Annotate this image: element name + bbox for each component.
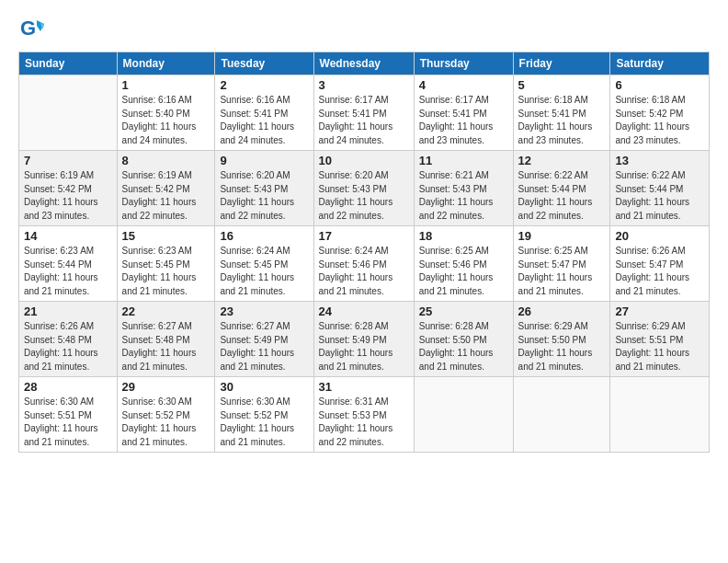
- day-info: Sunrise: 6:26 AM Sunset: 5:48 PM Dayligh…: [24, 320, 112, 373]
- day-cell: 22Sunrise: 6:27 AM Sunset: 5:48 PM Dayli…: [117, 302, 215, 377]
- day-number: 22: [122, 304, 210, 318]
- day-cell: 15Sunrise: 6:23 AM Sunset: 5:45 PM Dayli…: [117, 226, 215, 302]
- day-info: Sunrise: 6:25 AM Sunset: 5:47 PM Dayligh…: [518, 245, 606, 298]
- day-info: Sunrise: 6:23 AM Sunset: 5:44 PM Dayligh…: [24, 245, 112, 298]
- header-cell-monday: Monday: [117, 52, 215, 75]
- week-row-3: 14Sunrise: 6:23 AM Sunset: 5:44 PM Dayli…: [19, 226, 710, 302]
- header-cell-saturday: Saturday: [610, 52, 710, 75]
- day-cell: 11Sunrise: 6:21 AM Sunset: 5:43 PM Dayli…: [414, 151, 513, 226]
- week-row-4: 21Sunrise: 6:26 AM Sunset: 5:48 PM Dayli…: [19, 302, 710, 377]
- day-number: 31: [319, 380, 409, 394]
- svg-text:G: G: [20, 17, 36, 40]
- day-cell: 20Sunrise: 6:26 AM Sunset: 5:47 PM Dayli…: [610, 226, 710, 302]
- day-cell: 25Sunrise: 6:28 AM Sunset: 5:50 PM Dayli…: [414, 302, 513, 377]
- day-number: 13: [615, 154, 704, 167]
- day-info: Sunrise: 6:30 AM Sunset: 5:52 PM Dayligh…: [220, 396, 308, 449]
- day-info: Sunrise: 6:17 AM Sunset: 5:41 PM Dayligh…: [319, 94, 409, 147]
- day-cell: 7Sunrise: 6:19 AM Sunset: 5:42 PM Daylig…: [19, 151, 118, 226]
- day-number: 19: [518, 229, 606, 243]
- day-number: 3: [319, 78, 409, 92]
- day-number: 11: [419, 154, 508, 167]
- day-number: 4: [419, 78, 508, 92]
- day-number: 9: [220, 154, 308, 167]
- week-row-1: 1Sunrise: 6:16 AM Sunset: 5:40 PM Daylig…: [19, 75, 710, 151]
- day-number: 20: [615, 229, 704, 243]
- day-info: Sunrise: 6:27 AM Sunset: 5:49 PM Dayligh…: [220, 320, 308, 373]
- day-info: Sunrise: 6:19 AM Sunset: 5:42 PM Dayligh…: [24, 169, 112, 223]
- day-number: 24: [319, 304, 409, 318]
- day-cell: 17Sunrise: 6:24 AM Sunset: 5:46 PM Dayli…: [313, 226, 414, 302]
- day-cell: [19, 75, 118, 151]
- day-number: 1: [122, 78, 210, 92]
- day-cell: [513, 377, 610, 453]
- day-number: 26: [518, 304, 606, 318]
- header-cell-tuesday: Tuesday: [215, 52, 313, 75]
- day-cell: 28Sunrise: 6:30 AM Sunset: 5:51 PM Dayli…: [19, 377, 118, 453]
- day-info: Sunrise: 6:30 AM Sunset: 5:51 PM Dayligh…: [24, 396, 112, 449]
- week-row-5: 28Sunrise: 6:30 AM Sunset: 5:51 PM Dayli…: [19, 377, 710, 453]
- day-info: Sunrise: 6:22 AM Sunset: 5:44 PM Dayligh…: [615, 169, 704, 223]
- day-number: 6: [615, 78, 704, 92]
- day-info: Sunrise: 6:29 AM Sunset: 5:50 PM Dayligh…: [518, 320, 606, 373]
- day-number: 29: [122, 380, 210, 394]
- calendar: SundayMondayTuesdayWednesdayThursdayFrid…: [18, 52, 710, 453]
- day-info: Sunrise: 6:20 AM Sunset: 5:43 PM Dayligh…: [220, 169, 308, 223]
- day-cell: 26Sunrise: 6:29 AM Sunset: 5:50 PM Dayli…: [513, 302, 610, 377]
- day-info: Sunrise: 6:24 AM Sunset: 5:46 PM Dayligh…: [319, 245, 409, 298]
- day-info: Sunrise: 6:16 AM Sunset: 5:41 PM Dayligh…: [220, 94, 308, 147]
- day-cell: 19Sunrise: 6:25 AM Sunset: 5:47 PM Dayli…: [513, 226, 610, 302]
- day-cell: 9Sunrise: 6:20 AM Sunset: 5:43 PM Daylig…: [215, 151, 313, 226]
- day-info: Sunrise: 6:26 AM Sunset: 5:47 PM Dayligh…: [615, 245, 704, 298]
- header: G: [18, 17, 710, 42]
- day-info: Sunrise: 6:30 AM Sunset: 5:52 PM Dayligh…: [122, 396, 210, 449]
- day-number: 27: [615, 304, 704, 318]
- day-number: 17: [319, 229, 409, 243]
- day-info: Sunrise: 6:19 AM Sunset: 5:42 PM Dayligh…: [122, 169, 210, 223]
- day-info: Sunrise: 6:29 AM Sunset: 5:51 PM Dayligh…: [615, 320, 704, 373]
- day-number: 12: [518, 154, 606, 167]
- day-info: Sunrise: 6:16 AM Sunset: 5:40 PM Dayligh…: [122, 94, 210, 147]
- week-row-2: 7Sunrise: 6:19 AM Sunset: 5:42 PM Daylig…: [19, 151, 710, 226]
- day-number: 16: [220, 229, 308, 243]
- day-info: Sunrise: 6:31 AM Sunset: 5:53 PM Dayligh…: [319, 396, 409, 449]
- day-number: 18: [419, 229, 508, 243]
- logo-icon: G: [18, 17, 44, 42]
- day-cell: 30Sunrise: 6:30 AM Sunset: 5:52 PM Dayli…: [215, 377, 313, 453]
- day-cell: 1Sunrise: 6:16 AM Sunset: 5:40 PM Daylig…: [117, 75, 215, 151]
- day-number: 15: [122, 229, 210, 243]
- page: G SundayMondayTuesdayWednesdayThursdayFr…: [0, 0, 728, 563]
- day-cell: 2Sunrise: 6:16 AM Sunset: 5:41 PM Daylig…: [215, 75, 313, 151]
- day-cell: 13Sunrise: 6:22 AM Sunset: 5:44 PM Dayli…: [610, 151, 710, 226]
- header-row: SundayMondayTuesdayWednesdayThursdayFrid…: [19, 52, 710, 75]
- day-cell: 6Sunrise: 6:18 AM Sunset: 5:42 PM Daylig…: [610, 75, 710, 151]
- day-number: 2: [220, 78, 308, 92]
- day-cell: 18Sunrise: 6:25 AM Sunset: 5:46 PM Dayli…: [414, 226, 513, 302]
- header-cell-wednesday: Wednesday: [313, 52, 414, 75]
- day-info: Sunrise: 6:27 AM Sunset: 5:48 PM Dayligh…: [122, 320, 210, 373]
- day-info: Sunrise: 6:24 AM Sunset: 5:45 PM Dayligh…: [220, 245, 308, 298]
- day-info: Sunrise: 6:28 AM Sunset: 5:50 PM Dayligh…: [419, 320, 508, 373]
- day-cell: 3Sunrise: 6:17 AM Sunset: 5:41 PM Daylig…: [313, 75, 414, 151]
- day-cell: 4Sunrise: 6:17 AM Sunset: 5:41 PM Daylig…: [414, 75, 513, 151]
- day-cell: 8Sunrise: 6:19 AM Sunset: 5:42 PM Daylig…: [117, 151, 215, 226]
- day-cell: 21Sunrise: 6:26 AM Sunset: 5:48 PM Dayli…: [19, 302, 118, 377]
- logo: G: [18, 17, 48, 42]
- day-info: Sunrise: 6:22 AM Sunset: 5:44 PM Dayligh…: [518, 169, 606, 223]
- header-cell-friday: Friday: [513, 52, 610, 75]
- header-cell-thursday: Thursday: [414, 52, 513, 75]
- day-number: 28: [24, 380, 112, 394]
- day-cell: 14Sunrise: 6:23 AM Sunset: 5:44 PM Dayli…: [19, 226, 118, 302]
- day-number: 25: [419, 304, 508, 318]
- day-cell: 16Sunrise: 6:24 AM Sunset: 5:45 PM Dayli…: [215, 226, 313, 302]
- day-number: 5: [518, 78, 606, 92]
- day-number: 14: [24, 229, 112, 243]
- day-cell: 24Sunrise: 6:28 AM Sunset: 5:49 PM Dayli…: [313, 302, 414, 377]
- day-cell: [414, 377, 513, 453]
- day-info: Sunrise: 6:17 AM Sunset: 5:41 PM Dayligh…: [419, 94, 508, 147]
- day-number: 10: [319, 154, 409, 167]
- day-cell: 23Sunrise: 6:27 AM Sunset: 5:49 PM Dayli…: [215, 302, 313, 377]
- day-info: Sunrise: 6:20 AM Sunset: 5:43 PM Dayligh…: [319, 169, 409, 223]
- day-cell: 10Sunrise: 6:20 AM Sunset: 5:43 PM Dayli…: [313, 151, 414, 226]
- day-number: 21: [24, 304, 112, 318]
- day-cell: 29Sunrise: 6:30 AM Sunset: 5:52 PM Dayli…: [117, 377, 215, 453]
